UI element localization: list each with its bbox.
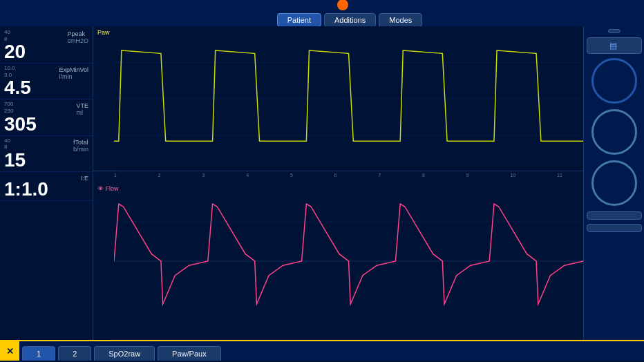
- peep-circle: [591, 109, 637, 155]
- data-tab-1[interactable]: 1: [22, 346, 55, 361]
- percent-minvol-circle: [591, 58, 637, 104]
- top-nav-btn-additions[interactable]: Additions: [324, 13, 376, 27]
- vital-value-4: 1:1.0: [4, 180, 88, 199]
- top-nav-btn-patient[interactable]: Patient: [277, 13, 321, 27]
- right-panel: ▤: [583, 26, 644, 340]
- x-label-3: 3: [202, 173, 205, 178]
- alarms-button[interactable]: [587, 224, 642, 232]
- flow-canvas: [114, 182, 583, 340]
- left-panel: 408 20 PpeakcmH2O 10.03.0 4.5 ExpMinVoll…: [0, 26, 93, 340]
- oxygen-circle: [591, 160, 637, 206]
- close-tab-button[interactable]: ✕: [0, 341, 19, 361]
- x-axis-labels: 1234567891011: [93, 171, 583, 178]
- x-label-6: 6: [334, 173, 337, 178]
- x-label-7: 7: [378, 173, 381, 178]
- top-nav-buttons: PatientAdditionsModes: [277, 13, 423, 27]
- data-table-area: ✕ 12SpO2rawPaw/Paux 20PpeakcmH2O19Pplate…: [0, 340, 644, 362]
- vital-label-2: VTEml: [76, 102, 88, 116]
- paw-canvas: [114, 26, 583, 171]
- center-panel: Paw 1234567891011 👁 Flow: [93, 26, 583, 340]
- vital-label-1: ExpMinVoll/min: [59, 66, 88, 80]
- x-label-4: 4: [246, 173, 249, 178]
- x-label-1: 1: [114, 173, 117, 178]
- top-nav-btn-modes[interactable]: Modes: [379, 13, 422, 27]
- data-tab-paw-paux[interactable]: Paw/Paux: [158, 346, 221, 361]
- oxygen-display: [591, 160, 637, 207]
- data-tab-2[interactable]: 2: [58, 346, 91, 361]
- vital-label-4: I:E: [81, 175, 88, 182]
- data-tabs: ✕ 12SpO2rawPaw/Paux: [0, 341, 644, 361]
- vital-label-3: fTotalb/min: [73, 139, 88, 153]
- vital-value-0: 20: [4, 42, 88, 61]
- controls-button[interactable]: [587, 211, 642, 220]
- paw-waveform: Paw: [93, 26, 583, 171]
- intelli-cuff-button[interactable]: ▤: [587, 37, 642, 54]
- waveform-area: Paw 1234567891011 👁 Flow: [93, 26, 583, 340]
- vital-value-1: 4.5: [4, 78, 88, 97]
- x-label-5: 5: [290, 173, 293, 178]
- paw-label: Paw: [97, 29, 110, 36]
- x-axis-row: 1234567891011: [93, 171, 583, 182]
- vital-value-2: 305: [4, 115, 88, 134]
- flow-waveform: 👁 Flow: [93, 182, 583, 340]
- data-tabs-container: 12SpO2rawPaw/Paux: [19, 346, 221, 361]
- x-label-9: 9: [466, 173, 469, 178]
- top-bar-center: PatientAdditionsModes: [277, 0, 423, 27]
- main-layout: 408 20 PpeakcmH2O 10.03.0 4.5 ExpMinVoll…: [0, 26, 644, 340]
- top-bar: PatientAdditionsModes: [0, 0, 644, 26]
- x-label-2: 2: [158, 173, 161, 178]
- vital-value-3: 15: [4, 151, 88, 170]
- peep-display: [591, 109, 637, 156]
- info-icon: [337, 0, 348, 10]
- x-label-8: 8: [422, 173, 425, 178]
- x-label-11: 11: [557, 173, 562, 178]
- vital-row-0: 408 20 PpeakcmH2O: [0, 28, 93, 64]
- vital-label-0: PpeakcmH2O: [67, 30, 88, 44]
- vital-row-4: 1:1.0 I:E: [0, 172, 93, 202]
- percent-minvol-display: [591, 58, 637, 105]
- data-tab-spo2raw[interactable]: SpO2raw: [94, 346, 155, 361]
- x-label-10: 10: [510, 173, 515, 178]
- vital-row-3: 408 15 fTotalb/min: [0, 136, 93, 172]
- vital-row-1: 10.03.0 4.5 ExpMinVoll/min: [0, 64, 93, 99]
- vital-row-2: 700250 305 VTEml: [0, 99, 93, 135]
- freeze-button[interactable]: [608, 29, 621, 33]
